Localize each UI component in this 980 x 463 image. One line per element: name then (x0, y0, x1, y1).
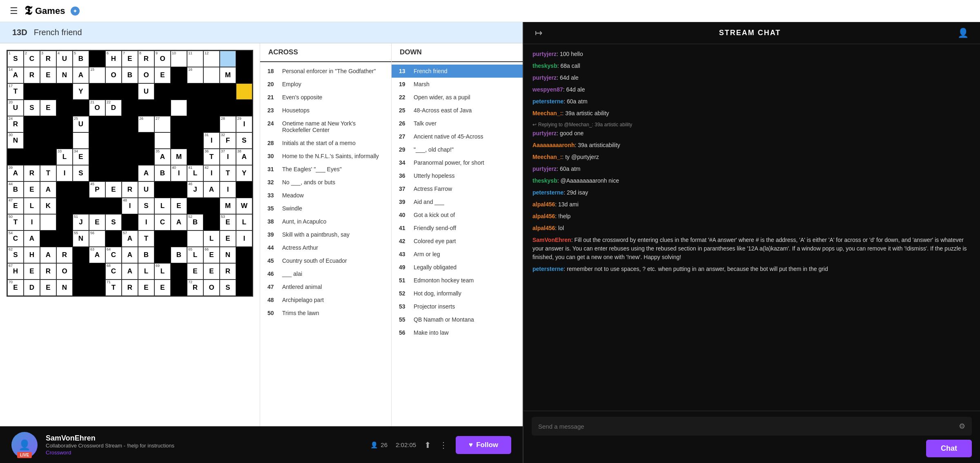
grid-cell[interactable] (154, 83, 171, 100)
grid-cell[interactable] (154, 132, 171, 149)
grid-cell[interactable]: 54C (7, 230, 24, 247)
clue-item[interactable]: 23Housetops (260, 104, 391, 117)
grid-cell[interactable] (220, 83, 236, 100)
grid-cell[interactable] (122, 132, 138, 149)
clue-item[interactable]: 36Utterly hopeless (392, 169, 523, 182)
grid-cell[interactable]: 65L (187, 247, 203, 263)
clue-item[interactable]: 30Home to the N.F.L.'s Saints, informall… (260, 150, 391, 163)
grid-cell[interactable] (236, 247, 252, 263)
grid-cell[interactable] (40, 132, 56, 149)
clue-item[interactable]: 24Onetime name at New York's Rockefeller… (260, 117, 391, 136)
grid-cell[interactable]: I (138, 214, 154, 230)
grid-cell[interactable]: 68C (105, 263, 122, 280)
grid-cell[interactable] (236, 263, 252, 280)
grid-cell[interactable]: D (24, 280, 40, 296)
chat-input[interactable] (538, 423, 955, 430)
grid-cell[interactable] (105, 198, 122, 214)
grid-cell[interactable]: 41L (187, 165, 203, 181)
grid-cell[interactable]: S (105, 214, 122, 230)
grid-cell[interactable]: 12 (203, 51, 220, 67)
clue-item[interactable]: 22Open wider, as a pupil (392, 91, 523, 104)
grid-cell[interactable] (122, 100, 138, 116)
chat-username[interactable]: Aaaaaaaaaronh (532, 142, 575, 148)
chat-button[interactable]: Chat (926, 440, 972, 457)
clue-item[interactable]: 52Hot dog, informally (392, 287, 523, 300)
clue-item[interactable]: 44Actress Arthur (260, 241, 391, 254)
grid-cell[interactable]: 8R (138, 51, 154, 67)
share-icon[interactable]: ⬆ (424, 440, 431, 450)
grid-cell[interactable] (56, 132, 73, 149)
grid-cell[interactable] (40, 214, 56, 230)
grid-cell[interactable] (220, 100, 236, 116)
chat-username[interactable]: alpal456 (532, 225, 555, 231)
grid-cell[interactable]: 72R (187, 280, 203, 296)
grid-cell[interactable]: M (220, 67, 236, 83)
down-clues-list[interactable]: 13French friend19Marsh22Open wider, as a… (392, 62, 523, 426)
clue-item[interactable]: 49Legally obligated (392, 261, 523, 274)
grid-cell[interactable]: L (236, 214, 252, 230)
chat-username[interactable]: petersterne (532, 98, 564, 105)
chat-username[interactable]: purtyjerz (532, 166, 557, 172)
grid-cell[interactable] (56, 181, 73, 198)
grid-cell[interactable]: 15 (89, 67, 105, 83)
grid-cell[interactable]: I (236, 230, 252, 247)
grid-cell[interactable]: B (122, 67, 138, 83)
grid-cell[interactable]: L (24, 198, 40, 214)
grid-cell[interactable]: 63A (89, 247, 105, 263)
grid-cell[interactable]: R (40, 263, 56, 280)
grid-cell[interactable] (236, 280, 252, 296)
grid-cell[interactable] (89, 149, 105, 165)
grid-container[interactable]: 1S2C3R4U5B6H7E8R9O10111214ARENA15OBOE16M… (0, 43, 260, 426)
grid-cell[interactable]: T (220, 165, 236, 181)
grid-cell[interactable] (122, 116, 138, 132)
grid-cell[interactable] (40, 230, 56, 247)
grid-cell[interactable]: 17T (7, 83, 24, 100)
grid-cell[interactable]: 20U (7, 100, 24, 116)
grid-cell[interactable] (220, 51, 236, 67)
grid-cell[interactable] (24, 83, 40, 100)
grid-cell[interactable]: 26 (138, 116, 154, 132)
grid-cell[interactable]: A (138, 165, 154, 181)
grid-cell[interactable]: 48I (122, 198, 138, 214)
clue-item[interactable]: 38Aunt, in Acapulco (260, 215, 391, 228)
grid-cell[interactable] (89, 83, 105, 100)
grid-cell[interactable]: N (56, 67, 73, 83)
grid-cell[interactable] (89, 165, 105, 181)
grid-cell[interactable]: 37I (220, 149, 236, 165)
grid-cell[interactable]: L (203, 230, 220, 247)
clue-item[interactable]: 56Make into law (392, 326, 523, 339)
clue-item[interactable]: 32No ___, ands or buts (260, 176, 391, 189)
grid-cell[interactable] (187, 100, 203, 116)
clue-item[interactable]: 20Employ (260, 78, 391, 91)
grid-cell[interactable]: 2C (24, 51, 40, 67)
grid-cell[interactable] (171, 230, 187, 247)
grid-cell[interactable]: 6H (105, 51, 122, 67)
grid-cell[interactable] (105, 83, 122, 100)
grid-cell[interactable]: E (203, 263, 220, 280)
grid-cell[interactable] (171, 100, 187, 116)
games-label[interactable]: Games (35, 6, 65, 16)
grid-cell[interactable]: E (40, 67, 56, 83)
grid-cell[interactable] (73, 181, 89, 198)
streamer-tag[interactable]: Crossword (46, 450, 362, 456)
grid-cell[interactable]: H (24, 247, 40, 263)
grid-cell[interactable]: M (171, 149, 187, 165)
grid-cell[interactable] (40, 149, 56, 165)
grid-cell[interactable]: A (203, 181, 220, 198)
grid-cell[interactable]: A (73, 67, 89, 83)
grid-cell[interactable] (73, 100, 89, 116)
grid-cell[interactable]: A (40, 181, 56, 198)
grid-cell[interactable] (236, 67, 252, 83)
grid-cell[interactable]: 36T (203, 149, 220, 165)
grid-cell[interactable]: 39A (7, 165, 24, 181)
grid-cell[interactable] (203, 67, 220, 83)
clue-item[interactable]: 39Aid and ___ (392, 195, 523, 208)
chat-user-icon[interactable]: 👤 (958, 28, 969, 38)
grid-cell[interactable]: E (154, 67, 171, 83)
grid-cell[interactable] (154, 247, 171, 263)
grid-cell[interactable]: U (138, 83, 154, 100)
chat-messages[interactable]: purtyjerz: 100 hellotheskysb: 68a callpu… (523, 44, 980, 411)
grid-cell[interactable]: E (24, 263, 40, 280)
grid-cell[interactable]: S (24, 100, 40, 116)
grid-cell[interactable] (73, 263, 89, 280)
